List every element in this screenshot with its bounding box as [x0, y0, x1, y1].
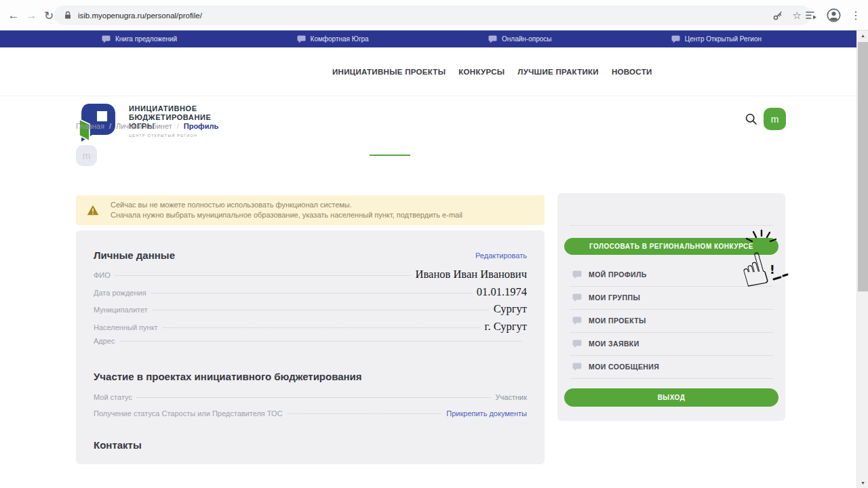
logo-line: БЮДЖЕТИРОВАНИЕ: [129, 113, 211, 122]
breadcrumb-current: Профиль: [184, 122, 218, 130]
field-row-birthdate: Дата рождения 01.01.1974: [94, 285, 527, 303]
attach-documents-link[interactable]: Прикрепить документы: [446, 409, 527, 418]
sidebar-card: ГОЛОСОВАТЬ В РЕГИОНАЛЬНОМ КОНКУРСЕ МОЙ П…: [557, 193, 785, 421]
speech-bubble-icon: [297, 35, 306, 43]
reading-list-icon[interactable]: [803, 7, 819, 23]
personal-data-title: Личные данные: [94, 249, 175, 261]
topbar-link-label: Центр Открытый Регион: [685, 35, 762, 43]
divider: [570, 378, 773, 379]
field-row-fio: ФИО Иванов Иван Иванович: [94, 268, 527, 285]
topbar-link-label: Онлайн-опросы: [502, 35, 551, 43]
breadcrumb: Главная / Личный кабинет / Профиль: [76, 122, 218, 130]
sidebar-item-my-applications[interactable]: МОИ ЗАЯВКИ: [572, 332, 773, 355]
field-value: Иванов Иван Иванович: [416, 268, 527, 281]
contacts-title: Контакты: [94, 439, 142, 451]
field-row-tos-status: Получение статуса Старосты или Представи…: [94, 409, 527, 426]
breadcrumb-home[interactable]: Главная: [76, 122, 104, 130]
speech-bubble-icon: [671, 35, 680, 43]
menu-dots-icon[interactable]: ⋮: [848, 7, 864, 23]
field-label: Адрес: [94, 337, 115, 345]
main-nav: ИНИЦИАТИВНЫЕ ПРОЕКТЫ КОНКУРСЫ ЛУЧШИЕ ПРА…: [332, 47, 652, 96]
breadcrumb-separator: /: [177, 122, 179, 130]
participation-title: Участие в проектах инициативного бюджети…: [94, 371, 362, 382]
warning-banner: Сейчас вы не можете полностью использова…: [76, 195, 545, 225]
field-value: Сургут: [494, 302, 527, 316]
green-underline: [370, 155, 410, 156]
sidebar-item-label: МОИ ГРУППЫ: [589, 293, 640, 302]
warning-icon: [87, 205, 99, 216]
sidebar-item-my-projects[interactable]: МОИ ПРОЕКТЫ: [572, 309, 773, 332]
logout-button[interactable]: ВЫХОД: [564, 388, 778, 407]
speech-bubble-icon: [572, 363, 582, 371]
scroll-down-icon[interactable]: ▼: [857, 478, 868, 488]
search-icon[interactable]: [745, 113, 758, 129]
site-logo-text[interactable]: ИНИЦИАТИВНОЕ БЮДЖЕТИРОВАНИЕ ЮГРЫ ЦЕНТР О…: [129, 104, 211, 138]
speech-bubble-icon: [572, 293, 582, 302]
site-header: ИНИЦИАТИВНОЕ БЮДЖЕТИРОВАНИЕ ЮГРЫ ЦЕНТР О…: [0, 47, 856, 96]
nav-best-practices[interactable]: ЛУЧШИЕ ПРАКТИКИ: [517, 68, 599, 76]
warning-line1: Сейчас вы не можете полностью использова…: [111, 200, 462, 210]
dotted-leader: [115, 275, 411, 276]
speech-bubble-icon: [572, 317, 582, 325]
field-label: Мой статус: [94, 393, 132, 401]
topbar-link-comfort-yugra[interactable]: Комфортная Югра: [297, 35, 369, 43]
sidebar-item-label: МОИ СООБЩЕНИЯ: [589, 363, 659, 371]
field-row-address: Адрес: [94, 337, 527, 354]
dotted-leader: [137, 397, 491, 398]
field-row-municipality: Муниципалитет Сургут: [94, 302, 527, 320]
topbar-link-suggestions[interactable]: Книга предложений: [102, 35, 177, 43]
sidebar-item-my-messages[interactable]: МОИ СООБЩЕНИЯ: [572, 355, 773, 378]
breadcrumb-cabinet[interactable]: Личный кабинет: [116, 122, 172, 130]
sidebar-item-label: МОИ ЗАЯВКИ: [589, 340, 639, 348]
dotted-leader: [153, 310, 489, 310]
nav-contests[interactable]: КОНКУРСЫ: [458, 68, 505, 76]
key-icon[interactable]: [772, 10, 783, 21]
forward-icon[interactable]: →: [23, 7, 39, 24]
user-avatar[interactable]: m: [764, 108, 786, 130]
profile-icon[interactable]: [825, 7, 842, 23]
field-value: 01.01.1974: [477, 285, 527, 299]
personal-data-card: Личные данные Редактировать ФИО Иванов И…: [76, 230, 545, 464]
breadcrumb-separator: /: [109, 122, 111, 130]
nav-news[interactable]: НОВОСТИ: [612, 68, 652, 76]
field-label: Получение статуса Старосты или Представи…: [94, 409, 283, 418]
dotted-leader: [151, 293, 472, 293]
edit-link[interactable]: Редактировать: [475, 251, 527, 260]
field-label: Муниципалитет: [94, 306, 148, 314]
speech-bubble-icon: [572, 340, 582, 348]
vote-regional-contest-button[interactable]: ГОЛОСОВАТЬ В РЕГИОНАЛЬНОМ КОНКУРСЕ: [564, 238, 778, 255]
star-icon[interactable]: ☆: [793, 9, 802, 22]
field-value: Участник: [496, 393, 527, 401]
field-row-status: Мой статус Участник: [94, 393, 527, 409]
field-value: г. Сургут: [485, 320, 527, 333]
field-row-settlement: Населенный пункт г. Сургут: [94, 320, 527, 338]
logo-subtitle: ЦЕНТР ОТКРЫТЫЙ РЕГИОН: [129, 134, 211, 138]
field-label: Населенный пункт: [94, 323, 158, 331]
nav-initiative-projects[interactable]: ИНИЦИАТИВНЫЕ ПРОЕКТЫ: [332, 68, 446, 76]
topbar-link-label: Книга предложений: [115, 35, 177, 43]
field-label: Дата рождения: [94, 289, 146, 297]
lock-icon: [64, 11, 72, 20]
topbar-link-label: Комфортная Югра: [311, 35, 369, 43]
speech-bubble-icon: [102, 35, 111, 43]
url-text[interactable]: isib.myopenugra.ru/personal/profile/: [78, 12, 763, 20]
dotted-leader: [163, 327, 480, 328]
warning-line2: Сначала нужно выбрать муниципальное обра…: [111, 210, 462, 220]
field-label: ФИО: [94, 271, 111, 279]
sidebar-item-my-groups[interactable]: МОИ ГРУППЫ: [572, 286, 773, 309]
sidebar-item-label: МОЙ ПРОФИЛЬ: [589, 270, 647, 279]
scroll-up-icon[interactable]: ▲: [857, 30, 868, 41]
sidebar-item-my-profile[interactable]: МОЙ ПРОФИЛЬ: [572, 263, 773, 286]
dotted-leader: [288, 413, 442, 414]
back-icon[interactable]: ←: [5, 7, 22, 24]
url-bar[interactable]: isib.myopenugra.ru/personal/profile/ ☆: [54, 5, 811, 25]
topbar-link-open-region[interactable]: Центр Открытый Регион: [671, 35, 762, 43]
service-topbar: Книга предложений Комфортная Югра Онлайн…: [0, 30, 856, 47]
profile-avatar: m: [76, 145, 97, 166]
page-scrollbar[interactable]: ▲ ▼: [856, 30, 868, 488]
sidebar-item-label: МОИ ПРОЕКТЫ: [589, 317, 646, 325]
divider: [570, 225, 773, 226]
topbar-link-online-surveys[interactable]: Онлайн-опросы: [488, 35, 551, 43]
scrollbar-thumb[interactable]: [858, 42, 868, 291]
dotted-leader: [120, 341, 523, 342]
